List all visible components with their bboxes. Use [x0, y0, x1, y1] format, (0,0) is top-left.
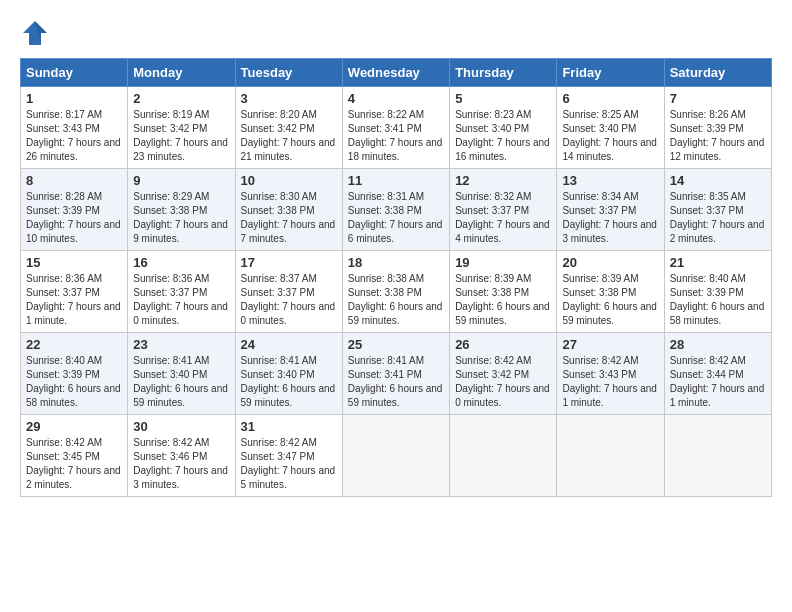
- table-row: 4 Sunrise: 8:22 AM Sunset: 3:41 PM Dayli…: [342, 87, 449, 169]
- day-info: Sunrise: 8:22 AM Sunset: 3:41 PM Dayligh…: [348, 108, 444, 164]
- table-row: 27 Sunrise: 8:42 AM Sunset: 3:43 PM Dayl…: [557, 333, 664, 415]
- day-number: 24: [241, 337, 337, 352]
- day-info: Sunrise: 8:32 AM Sunset: 3:37 PM Dayligh…: [455, 190, 551, 246]
- day-info: Sunrise: 8:40 AM Sunset: 3:39 PM Dayligh…: [26, 354, 122, 410]
- table-row: 16 Sunrise: 8:36 AM Sunset: 3:37 PM Dayl…: [128, 251, 235, 333]
- day-info: Sunrise: 8:31 AM Sunset: 3:38 PM Dayligh…: [348, 190, 444, 246]
- day-info: Sunrise: 8:38 AM Sunset: 3:38 PM Dayligh…: [348, 272, 444, 328]
- day-info: Sunrise: 8:20 AM Sunset: 3:42 PM Dayligh…: [241, 108, 337, 164]
- table-row: [557, 415, 664, 497]
- day-number: 18: [348, 255, 444, 270]
- day-number: 16: [133, 255, 229, 270]
- day-number: 14: [670, 173, 766, 188]
- table-row: [450, 415, 557, 497]
- day-info: Sunrise: 8:26 AM Sunset: 3:39 PM Dayligh…: [670, 108, 766, 164]
- day-info: Sunrise: 8:41 AM Sunset: 3:40 PM Dayligh…: [133, 354, 229, 410]
- day-number: 2: [133, 91, 229, 106]
- table-row: 9 Sunrise: 8:29 AM Sunset: 3:38 PM Dayli…: [128, 169, 235, 251]
- calendar-week-row: 8 Sunrise: 8:28 AM Sunset: 3:39 PM Dayli…: [21, 169, 772, 251]
- header-sunday: Sunday: [21, 59, 128, 87]
- day-number: 1: [26, 91, 122, 106]
- day-info: Sunrise: 8:42 AM Sunset: 3:47 PM Dayligh…: [241, 436, 337, 492]
- day-number: 4: [348, 91, 444, 106]
- day-info: Sunrise: 8:36 AM Sunset: 3:37 PM Dayligh…: [26, 272, 122, 328]
- calendar-week-row: 1 Sunrise: 8:17 AM Sunset: 3:43 PM Dayli…: [21, 87, 772, 169]
- day-info: Sunrise: 8:40 AM Sunset: 3:39 PM Dayligh…: [670, 272, 766, 328]
- day-number: 21: [670, 255, 766, 270]
- day-info: Sunrise: 8:39 AM Sunset: 3:38 PM Dayligh…: [455, 272, 551, 328]
- table-row: [664, 415, 771, 497]
- table-row: 12 Sunrise: 8:32 AM Sunset: 3:37 PM Dayl…: [450, 169, 557, 251]
- day-number: 29: [26, 419, 122, 434]
- day-info: Sunrise: 8:42 AM Sunset: 3:44 PM Dayligh…: [670, 354, 766, 410]
- calendar-week-row: 22 Sunrise: 8:40 AM Sunset: 3:39 PM Dayl…: [21, 333, 772, 415]
- table-row: 11 Sunrise: 8:31 AM Sunset: 3:38 PM Dayl…: [342, 169, 449, 251]
- day-info: Sunrise: 8:42 AM Sunset: 3:43 PM Dayligh…: [562, 354, 658, 410]
- day-info: Sunrise: 8:25 AM Sunset: 3:40 PM Dayligh…: [562, 108, 658, 164]
- day-number: 26: [455, 337, 551, 352]
- day-number: 5: [455, 91, 551, 106]
- header-thursday: Thursday: [450, 59, 557, 87]
- day-info: Sunrise: 8:36 AM Sunset: 3:37 PM Dayligh…: [133, 272, 229, 328]
- day-number: 22: [26, 337, 122, 352]
- day-info: Sunrise: 8:30 AM Sunset: 3:38 PM Dayligh…: [241, 190, 337, 246]
- table-row: 3 Sunrise: 8:20 AM Sunset: 3:42 PM Dayli…: [235, 87, 342, 169]
- day-number: 7: [670, 91, 766, 106]
- day-info: Sunrise: 8:19 AM Sunset: 3:42 PM Dayligh…: [133, 108, 229, 164]
- day-number: 11: [348, 173, 444, 188]
- day-number: 23: [133, 337, 229, 352]
- header-wednesday: Wednesday: [342, 59, 449, 87]
- table-row: 15 Sunrise: 8:36 AM Sunset: 3:37 PM Dayl…: [21, 251, 128, 333]
- day-number: 12: [455, 173, 551, 188]
- weekday-header-row: Sunday Monday Tuesday Wednesday Thursday…: [21, 59, 772, 87]
- table-row: 18 Sunrise: 8:38 AM Sunset: 3:38 PM Dayl…: [342, 251, 449, 333]
- table-row: 8 Sunrise: 8:28 AM Sunset: 3:39 PM Dayli…: [21, 169, 128, 251]
- logo-icon: [20, 18, 50, 48]
- table-row: [342, 415, 449, 497]
- table-row: 29 Sunrise: 8:42 AM Sunset: 3:45 PM Dayl…: [21, 415, 128, 497]
- day-info: Sunrise: 8:17 AM Sunset: 3:43 PM Dayligh…: [26, 108, 122, 164]
- table-row: 22 Sunrise: 8:40 AM Sunset: 3:39 PM Dayl…: [21, 333, 128, 415]
- header: [20, 18, 772, 48]
- page: Sunday Monday Tuesday Wednesday Thursday…: [0, 0, 792, 612]
- day-number: 30: [133, 419, 229, 434]
- day-info: Sunrise: 8:41 AM Sunset: 3:41 PM Dayligh…: [348, 354, 444, 410]
- table-row: 17 Sunrise: 8:37 AM Sunset: 3:37 PM Dayl…: [235, 251, 342, 333]
- calendar-week-row: 15 Sunrise: 8:36 AM Sunset: 3:37 PM Dayl…: [21, 251, 772, 333]
- table-row: 30 Sunrise: 8:42 AM Sunset: 3:46 PM Dayl…: [128, 415, 235, 497]
- day-number: 31: [241, 419, 337, 434]
- day-info: Sunrise: 8:23 AM Sunset: 3:40 PM Dayligh…: [455, 108, 551, 164]
- header-monday: Monday: [128, 59, 235, 87]
- table-row: 25 Sunrise: 8:41 AM Sunset: 3:41 PM Dayl…: [342, 333, 449, 415]
- table-row: 13 Sunrise: 8:34 AM Sunset: 3:37 PM Dayl…: [557, 169, 664, 251]
- day-info: Sunrise: 8:42 AM Sunset: 3:46 PM Dayligh…: [133, 436, 229, 492]
- day-info: Sunrise: 8:42 AM Sunset: 3:42 PM Dayligh…: [455, 354, 551, 410]
- table-row: 2 Sunrise: 8:19 AM Sunset: 3:42 PM Dayli…: [128, 87, 235, 169]
- day-number: 15: [26, 255, 122, 270]
- day-info: Sunrise: 8:34 AM Sunset: 3:37 PM Dayligh…: [562, 190, 658, 246]
- day-number: 19: [455, 255, 551, 270]
- day-info: Sunrise: 8:37 AM Sunset: 3:37 PM Dayligh…: [241, 272, 337, 328]
- day-info: Sunrise: 8:42 AM Sunset: 3:45 PM Dayligh…: [26, 436, 122, 492]
- day-info: Sunrise: 8:39 AM Sunset: 3:38 PM Dayligh…: [562, 272, 658, 328]
- day-number: 3: [241, 91, 337, 106]
- table-row: 31 Sunrise: 8:42 AM Sunset: 3:47 PM Dayl…: [235, 415, 342, 497]
- day-number: 20: [562, 255, 658, 270]
- table-row: 20 Sunrise: 8:39 AM Sunset: 3:38 PM Dayl…: [557, 251, 664, 333]
- day-number: 27: [562, 337, 658, 352]
- table-row: 23 Sunrise: 8:41 AM Sunset: 3:40 PM Dayl…: [128, 333, 235, 415]
- day-info: Sunrise: 8:28 AM Sunset: 3:39 PM Dayligh…: [26, 190, 122, 246]
- table-row: 1 Sunrise: 8:17 AM Sunset: 3:43 PM Dayli…: [21, 87, 128, 169]
- header-friday: Friday: [557, 59, 664, 87]
- day-info: Sunrise: 8:35 AM Sunset: 3:37 PM Dayligh…: [670, 190, 766, 246]
- table-row: 6 Sunrise: 8:25 AM Sunset: 3:40 PM Dayli…: [557, 87, 664, 169]
- table-row: 26 Sunrise: 8:42 AM Sunset: 3:42 PM Dayl…: [450, 333, 557, 415]
- day-info: Sunrise: 8:41 AM Sunset: 3:40 PM Dayligh…: [241, 354, 337, 410]
- table-row: 21 Sunrise: 8:40 AM Sunset: 3:39 PM Dayl…: [664, 251, 771, 333]
- day-number: 9: [133, 173, 229, 188]
- logo: [20, 18, 54, 48]
- day-number: 6: [562, 91, 658, 106]
- day-number: 13: [562, 173, 658, 188]
- table-row: 19 Sunrise: 8:39 AM Sunset: 3:38 PM Dayl…: [450, 251, 557, 333]
- header-saturday: Saturday: [664, 59, 771, 87]
